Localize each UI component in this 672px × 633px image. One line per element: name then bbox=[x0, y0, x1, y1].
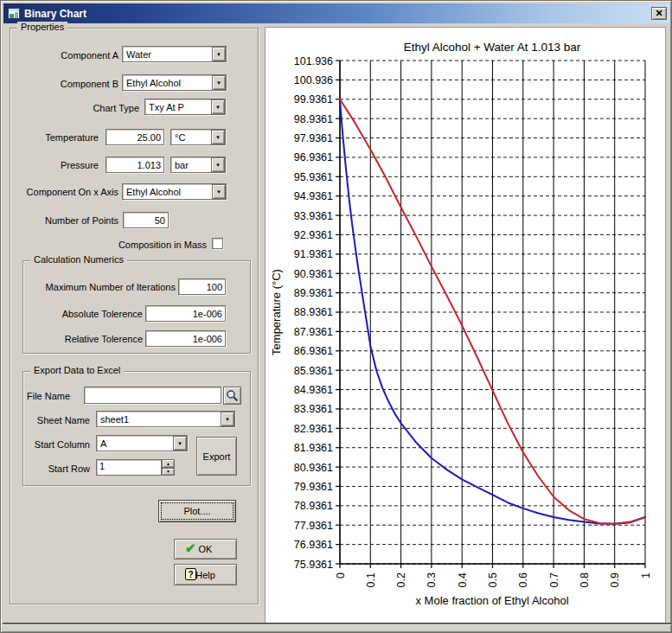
axis-ticks bbox=[336, 61, 645, 568]
y-tick-label: 83.9361 bbox=[294, 403, 333, 415]
temperature-unit-select[interactable]: °C ▼ bbox=[170, 129, 226, 145]
ok-button[interactable]: ✔ OK bbox=[174, 539, 237, 559]
y-tick-label: 87.9361 bbox=[294, 326, 333, 338]
close-icon: ✕ bbox=[655, 8, 662, 18]
y-tick-label: 99.9361 bbox=[294, 93, 333, 106]
chevron-down-icon[interactable]: ▼ bbox=[212, 184, 226, 199]
binary-chart-dialog: Binary Chart ✕ Properties Component A Wa… bbox=[0, 0, 672, 633]
y-tick-label: 101.936 bbox=[294, 55, 333, 67]
pressure-input[interactable] bbox=[106, 157, 164, 173]
relative-tolerance-label: Relative Tolerence bbox=[27, 334, 143, 344]
chevron-down-icon[interactable]: ▼ bbox=[211, 130, 225, 144]
y-tick-label: 92.9361 bbox=[294, 229, 333, 241]
x-tick-label: 0.2 bbox=[395, 572, 407, 587]
y-tick-label: 100.936 bbox=[294, 74, 333, 86]
number-of-points-input[interactable] bbox=[123, 212, 169, 228]
calculation-numerics-legend: Calculation Numerics bbox=[30, 254, 127, 265]
temperature-unit-value: °C bbox=[171, 132, 211, 143]
export-button-label: Export bbox=[203, 451, 231, 462]
sheet-name-value: sheet1 bbox=[97, 414, 221, 425]
y-tick-label: 90.9361 bbox=[294, 268, 333, 280]
absolute-tolerance-label: Absolute Tolerence bbox=[27, 309, 143, 319]
y-tick-label: 94.9361 bbox=[294, 190, 333, 202]
browse-file-button[interactable] bbox=[223, 387, 241, 405]
component-a-select[interactable]: Water ▼ bbox=[122, 46, 227, 62]
component-a-label: Component A bbox=[18, 50, 118, 61]
y-tick-label: 86.9361 bbox=[294, 345, 333, 357]
txy-chart: 101.936100.93699.936198.936197.936196.93… bbox=[266, 28, 665, 623]
help-icon: ? bbox=[185, 568, 196, 580]
titlebar[interactable]: Binary Chart ✕ bbox=[3, 3, 670, 23]
start-row-spinner[interactable]: 1 ▲ ▼ bbox=[96, 459, 175, 476]
chevron-down-icon[interactable]: ▼ bbox=[211, 157, 225, 172]
max-iterations-input[interactable] bbox=[178, 278, 226, 295]
plot-button[interactable]: Plot.... bbox=[158, 500, 236, 522]
x-axis-title: x Mole fraction of Ethyl Alcohol bbox=[415, 594, 568, 607]
chevron-glyph: ▼ bbox=[215, 135, 221, 140]
x-tick-label: 0.4 bbox=[457, 572, 469, 587]
pressure-unit-select[interactable]: bar ▼ bbox=[170, 157, 226, 173]
properties-legend: Properties bbox=[17, 22, 67, 32]
window-title: Binary Chart bbox=[24, 8, 86, 20]
help-button[interactable]: ? Help bbox=[174, 564, 237, 585]
max-iterations-label: Maximum Number of Iterations bbox=[27, 282, 176, 292]
close-button[interactable]: ✕ bbox=[651, 7, 667, 20]
x-tick-label: 0 bbox=[335, 572, 347, 579]
ok-button-label: OK bbox=[199, 544, 213, 554]
spin-down-icon[interactable]: ▼ bbox=[162, 468, 175, 476]
axis-tick-labels: 101.936100.93699.936198.936197.936196.93… bbox=[294, 55, 652, 588]
x-tick-label: 0.1 bbox=[365, 572, 377, 587]
spin-up-glyph: ▲ bbox=[166, 461, 170, 466]
chevron-glyph: ▼ bbox=[177, 441, 182, 446]
absolute-tolerance-input[interactable] bbox=[145, 305, 226, 322]
chevron-down-icon[interactable]: ▼ bbox=[212, 47, 226, 61]
export-button[interactable]: Export bbox=[196, 437, 237, 476]
y-tick-label: 81.9361 bbox=[294, 442, 333, 454]
y-tick-label: 77.9361 bbox=[294, 520, 333, 532]
chart-type-select[interactable]: Txy At P ▼ bbox=[144, 99, 226, 115]
x-tick-label: 0.7 bbox=[548, 572, 560, 587]
temperature-label: Temperature bbox=[18, 132, 99, 143]
x-tick-label: 0.8 bbox=[579, 572, 591, 587]
component-b-label: Component B bbox=[18, 79, 118, 89]
chevron-down-icon[interactable]: ▼ bbox=[211, 99, 225, 114]
plot-button-label: Plot.... bbox=[183, 506, 210, 516]
spin-up-icon[interactable]: ▲ bbox=[162, 459, 175, 468]
y-tick-label: 78.9361 bbox=[294, 500, 333, 512]
chart-panel: 101.936100.93699.936198.936197.936196.93… bbox=[265, 27, 666, 623]
sheet-name-select[interactable]: sheet1 ▼ bbox=[96, 411, 235, 427]
relative-tolerance-input[interactable] bbox=[145, 330, 226, 347]
start-column-select[interactable]: A ▼ bbox=[96, 435, 188, 451]
chevron-glyph: ▼ bbox=[216, 189, 221, 195]
chevron-down-icon[interactable]: ▼ bbox=[221, 412, 234, 426]
chevron-down-icon[interactable]: ▼ bbox=[173, 436, 187, 451]
component-b-value: Ethyl Alcohol bbox=[123, 78, 212, 88]
start-row-arrows[interactable]: ▲ ▼ bbox=[162, 459, 175, 476]
chevron-glyph: ▼ bbox=[215, 105, 221, 110]
start-row-label: Start Row bbox=[27, 464, 90, 474]
chevron-glyph: ▼ bbox=[216, 80, 221, 86]
x-tick-label: 0.5 bbox=[487, 572, 499, 587]
y-tick-label: 75.9361 bbox=[294, 559, 333, 571]
x-tick-label: 0.9 bbox=[609, 572, 621, 587]
pressure-label: Pressure bbox=[18, 160, 99, 170]
start-row-value[interactable]: 1 bbox=[96, 459, 162, 476]
file-name-label: File Name bbox=[27, 391, 80, 401]
pressure-unit-value: bar bbox=[171, 160, 211, 170]
start-column-value: A bbox=[97, 438, 173, 449]
number-of-points-label: Number of Points bbox=[18, 215, 118, 226]
temperature-input[interactable] bbox=[106, 129, 164, 145]
chevron-glyph: ▼ bbox=[215, 163, 221, 168]
x-axis-component-label: Component On x Axis bbox=[10, 187, 118, 197]
y-tick-label: 82.9361 bbox=[294, 423, 333, 435]
component-b-select[interactable]: Ethyl Alcohol ▼ bbox=[122, 74, 227, 91]
x-axis-component-select[interactable]: Ethyl Alcohol ▼ bbox=[122, 183, 227, 200]
y-tick-label: 85.9361 bbox=[294, 365, 333, 377]
app-icon-image bbox=[8, 8, 21, 20]
file-name-input[interactable] bbox=[84, 387, 221, 404]
composition-in-mass-checkbox[interactable] bbox=[212, 238, 223, 249]
search-icon bbox=[226, 389, 239, 402]
spin-down-glyph: ▼ bbox=[166, 469, 170, 474]
chevron-down-icon[interactable]: ▼ bbox=[212, 75, 226, 90]
x-tick-label: 1 bbox=[640, 572, 652, 579]
